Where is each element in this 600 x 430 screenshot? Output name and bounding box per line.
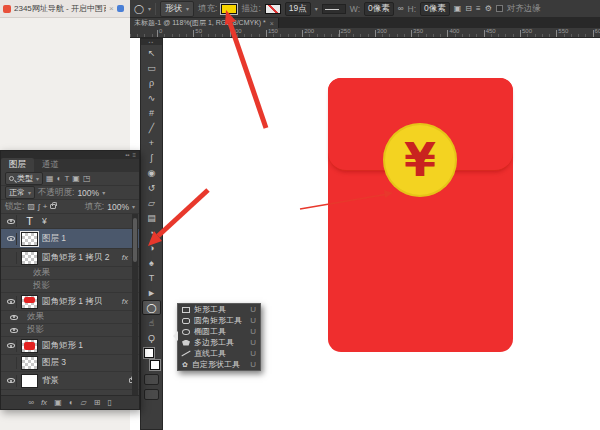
foreground-color-swatch[interactable] (144, 348, 154, 358)
background-color-swatch[interactable] (150, 360, 160, 370)
adjustment-layer-icon[interactable]: ◐ (69, 398, 74, 407)
blur-tool[interactable]: ◔ (142, 225, 161, 240)
stroke-type-select[interactable] (322, 4, 346, 14)
lock-all-icon[interactable] (50, 204, 56, 209)
eraser-tool[interactable]: ▱ (142, 195, 161, 210)
bookmark-icon[interactable] (117, 5, 124, 12)
visibility-toggle[interactable] (5, 215, 17, 227)
stroke-width-caret-icon[interactable]: ▾ (315, 5, 318, 12)
opacity-caret-icon[interactable]: ▾ (102, 189, 105, 196)
screen-mode-button[interactable] (144, 389, 159, 400)
stroke-color-swatch[interactable] (265, 4, 281, 14)
quick-mask-button[interactable] (144, 374, 159, 385)
filter-adjustment-icon[interactable]: ◐ (57, 174, 62, 183)
gear-icon[interactable]: ⚙ (485, 4, 492, 13)
filter-type-icon[interactable]: T (64, 174, 69, 183)
tab-channels[interactable]: 通道 (34, 158, 67, 172)
lasso-tool[interactable]: ρ (142, 75, 161, 90)
eyedropper-tool[interactable]: ╱ (142, 120, 161, 135)
healing-brush-tool[interactable]: + (142, 135, 161, 150)
scrollbar-thumb[interactable] (133, 218, 137, 262)
menu-item-custom-shape-tool[interactable]: ✿ 自定形状工具 U (178, 359, 260, 370)
drop-shadow-row[interactable]: 投影 (1, 324, 139, 337)
visibility-toggle[interactable] (5, 375, 17, 387)
fill-caret-icon[interactable]: ▾ (132, 203, 135, 210)
panel-menu-icon[interactable]: ≡ (132, 152, 136, 158)
effects-row[interactable]: 效果 (1, 311, 139, 324)
marquee-tool[interactable]: ▭ (142, 60, 161, 75)
document-close-icon[interactable]: × (270, 20, 274, 27)
menu-item-polygon-tool[interactable]: 多边形工具 U (178, 337, 260, 348)
blend-mode-select[interactable]: 正常 ▾ (5, 186, 35, 199)
visibility-toggle[interactable] (5, 233, 17, 245)
stroke-width-field[interactable]: 19点 (285, 2, 311, 16)
red-envelope[interactable]: ¥ (328, 78, 513, 352)
move-tool[interactable]: ↖ (142, 45, 161, 60)
ellipse-tool-preset-icon[interactable]: ◯ (134, 4, 144, 14)
menu-item-rounded-rectangle-tool[interactable]: 圆角矩形工具 U (178, 315, 260, 326)
path-operations-icon[interactable]: ▣ (454, 4, 462, 13)
filter-type-select[interactable]: 类型 ▾ (5, 172, 43, 185)
path-selection-tool[interactable]: ► (142, 285, 161, 300)
path-alignment-icon[interactable]: ⊟ (465, 4, 472, 13)
pick-tool-mode-select[interactable]: 形状 ▾ (160, 1, 194, 17)
layer-thumbnail[interactable] (21, 374, 38, 388)
crop-tool[interactable]: # (142, 105, 161, 120)
layer-thumbnail[interactable] (21, 295, 38, 309)
browser-tab-close-icon[interactable]: × (109, 4, 114, 13)
menu-item-line-tool[interactable]: 直线工具 U (178, 348, 260, 359)
dodge-tool[interactable]: ◑ (142, 240, 161, 255)
fx-badge[interactable]: fx (122, 253, 128, 262)
type-tool[interactable]: T (142, 270, 161, 285)
shape-width-field[interactable]: 0像素 (364, 2, 394, 16)
new-layer-icon[interactable]: ⊞ (94, 398, 101, 407)
collapse-icon[interactable]: ▪▪ (125, 152, 129, 158)
layer-style-icon[interactable]: fx (41, 398, 47, 407)
lock-pixels-icon[interactable]: ʃ (38, 202, 40, 211)
link-layers-icon[interactable]: ∞ (28, 398, 34, 407)
filter-smart-object-icon[interactable]: ◳ (83, 174, 91, 183)
layer-mask-icon[interactable]: ▣ (54, 398, 62, 407)
layer-thumbnail[interactable] (21, 339, 38, 353)
tool-preset-caret-icon[interactable]: ▾ (148, 5, 151, 12)
layer-row[interactable]: 圆角矩形 1 拷贝 2 fx ▾ (1, 249, 139, 267)
layer-thumbnail[interactable] (21, 232, 38, 246)
layer-row[interactable]: 圆角矩形 1 拷贝 fx ▾ (1, 293, 139, 311)
menu-item-rectangle-tool[interactable]: 矩形工具 U (178, 304, 260, 315)
shape-height-field[interactable]: 0像素 (420, 2, 450, 16)
zoom-tool[interactable]: Ϙ (142, 330, 161, 345)
delete-layer-icon[interactable]: ▯ (107, 398, 111, 407)
lock-position-icon[interactable]: + (43, 202, 48, 211)
coin-circle[interactable]: ¥ (383, 123, 457, 197)
layer-row[interactable]: 图层 3 (1, 355, 139, 372)
path-arrangement-icon[interactable]: ≡ (476, 4, 481, 13)
hand-tool[interactable]: ☝ (142, 315, 161, 330)
layer-thumbnail[interactable] (21, 251, 38, 265)
layer-row-text[interactable]: T ¥ (1, 214, 139, 229)
opacity-value[interactable]: 100% (77, 188, 99, 198)
menu-item-ellipse-tool[interactable]: 椭圆工具 U (178, 326, 260, 337)
drop-shadow-row[interactable]: 投影 (1, 280, 139, 293)
panel-scrollbar[interactable] (132, 214, 138, 395)
filter-shape-icon[interactable]: ▣ (72, 174, 80, 183)
color-swatches[interactable] (144, 348, 160, 370)
visibility-toggle[interactable] (5, 340, 17, 352)
filter-pixel-icon[interactable]: ▦ (46, 174, 54, 183)
align-edges-checkbox[interactable] (496, 5, 503, 12)
browser-tab-title[interactable]: 2345网址导航 - 开启中国百年 (14, 3, 106, 14)
layer-fill-value[interactable]: 100% (107, 202, 129, 212)
visibility-toggle[interactable] (5, 252, 17, 264)
shape-tool[interactable]: ◯ (142, 300, 161, 315)
fill-color-swatch[interactable] (221, 4, 237, 14)
layer-thumbnail[interactable] (21, 356, 38, 370)
lock-transparency-icon[interactable]: ▨ (27, 202, 35, 211)
layer-row[interactable]: 圆角矩形 1 (1, 337, 139, 355)
brush-tool[interactable]: ʃ (142, 150, 161, 165)
link-dimensions-icon[interactable]: ∞ (398, 4, 404, 13)
document-tab[interactable]: 未标题-1 @ 118%(图层 1, RGB/8/CMYK) * × (130, 18, 279, 28)
quick-selection-tool[interactable]: ∿ (142, 90, 161, 105)
layer-row-selected[interactable]: 图层 1 (1, 229, 139, 249)
tab-layers[interactable]: 图层 (1, 158, 34, 172)
pen-tool[interactable]: ♠ (142, 255, 161, 270)
history-brush-tool[interactable]: ↺ (142, 180, 161, 195)
